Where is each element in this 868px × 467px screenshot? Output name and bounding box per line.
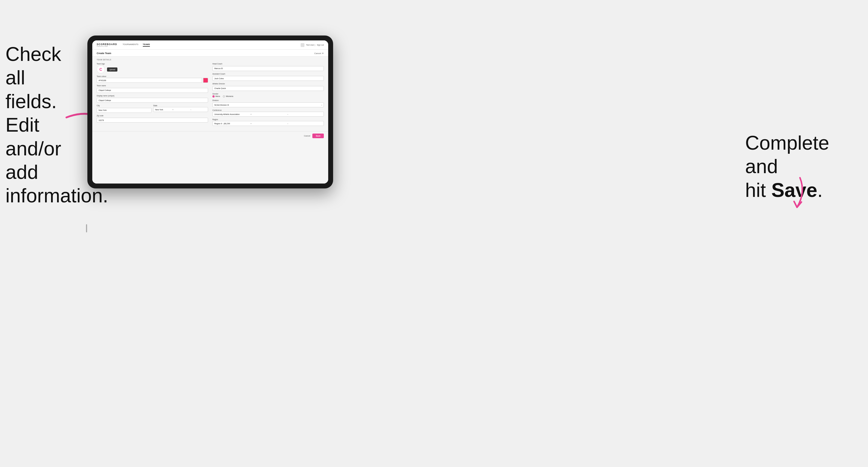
gender-group: Gender Mens Womens bbox=[212, 93, 324, 97]
scroll-indicator bbox=[86, 224, 87, 232]
tablet-screen: SCOREBOARD Powered by clippd TOURNAMENTS… bbox=[92, 40, 328, 184]
colour-row bbox=[97, 78, 208, 83]
conference-label: Conference bbox=[212, 109, 324, 111]
cancel-label: Cancel bbox=[314, 52, 321, 55]
head-coach-input[interactable] bbox=[212, 66, 324, 71]
conference-arrow-icon: ⌄ bbox=[287, 113, 322, 115]
instruction-right-line2: hit bbox=[745, 179, 771, 201]
region-label: Region bbox=[212, 119, 324, 120]
athletic-dir-label: Athletic Director bbox=[212, 83, 324, 85]
instruction-line1: Check all fields. bbox=[5, 43, 61, 112]
form-body: TEAM DETAILS Team logo C Upload bbox=[92, 57, 328, 130]
region-clear-icon[interactable]: × bbox=[250, 122, 286, 125]
womens-label: Womens bbox=[226, 95, 234, 97]
region-group: Region Region II - (M) DIII × ⌄ bbox=[212, 119, 324, 126]
form-body-scroll: TEAM DETAILS Team logo C Upload bbox=[92, 57, 328, 184]
logo-area: C Upload bbox=[97, 65, 208, 73]
head-coach-group: Head Coach bbox=[212, 63, 324, 71]
gender-mens-radio[interactable]: Mens bbox=[212, 95, 220, 97]
region-value: Region II - (M) DIII bbox=[214, 123, 250, 125]
form-header: Create Team Cancel ✕ bbox=[92, 50, 328, 57]
footer-cancel-button[interactable]: Cancel bbox=[304, 135, 310, 137]
team-name-label: Team name bbox=[97, 85, 208, 87]
region-arrow-icon: ⌄ bbox=[287, 122, 322, 125]
state-clear-icon[interactable]: × bbox=[172, 108, 189, 111]
state-select[interactable]: New York × ⌄ bbox=[153, 107, 208, 112]
zip-label: Zip code bbox=[97, 115, 208, 117]
state-label: State bbox=[153, 104, 208, 106]
instruction-right-line1: Complete and bbox=[745, 132, 829, 177]
brand-subtitle: Powered by clippd bbox=[97, 45, 117, 47]
asst-coach-group: Assistant Coach bbox=[212, 73, 324, 81]
mens-label: Mens bbox=[215, 95, 220, 97]
state-value: New York bbox=[155, 109, 172, 111]
user-avatar bbox=[301, 43, 305, 47]
gender-radio-group: Mens Womens bbox=[212, 95, 324, 97]
footer-save-button[interactable]: Save bbox=[312, 133, 324, 138]
sign-out-link[interactable]: Sign out bbox=[317, 44, 324, 46]
colour-swatch[interactable] bbox=[203, 78, 208, 83]
conference-group: Conference University Athletic Associati… bbox=[212, 109, 324, 117]
upload-button[interactable]: Upload bbox=[107, 67, 117, 71]
brand-logo: SCOREBOARD Powered by clippd bbox=[97, 43, 117, 47]
team-colour-group: Team colour bbox=[97, 75, 208, 83]
athletic-dir-group: Athletic Director bbox=[212, 83, 324, 91]
division-label: Division bbox=[212, 99, 324, 101]
athletic-dir-input[interactable] bbox=[212, 86, 324, 91]
logo-char: C bbox=[99, 67, 102, 71]
city-input[interactable] bbox=[97, 108, 152, 113]
city-label: City bbox=[97, 104, 152, 106]
city-group: City bbox=[97, 104, 152, 113]
gender-label: Gender bbox=[212, 93, 324, 95]
conference-clear-icon[interactable]: × bbox=[250, 113, 286, 116]
nav-links: TOURNAMENTS TEAMS bbox=[123, 43, 301, 47]
team-name-group: Team name bbox=[97, 85, 208, 93]
conference-select[interactable]: University Athletic Association × ⌄ bbox=[212, 112, 324, 117]
state-group: State New York × ⌄ bbox=[153, 104, 208, 113]
close-icon: ✕ bbox=[322, 52, 324, 55]
tablet-device: SCOREBOARD Powered by clippd TOURNAMENTS… bbox=[87, 35, 333, 188]
team-colour-label: Team colour bbox=[97, 75, 208, 77]
zip-group: Zip code bbox=[97, 115, 208, 123]
womens-radio-dot bbox=[223, 95, 225, 97]
division-wrapper: NCAA Division III bbox=[212, 102, 324, 107]
form-footer: Cancel Save bbox=[92, 131, 328, 141]
instruction-right-end: . bbox=[817, 179, 823, 201]
user-name: Test User | bbox=[306, 44, 315, 46]
display-name-label: Display name (unique) bbox=[97, 95, 208, 97]
team-logo-label: Team logo bbox=[97, 63, 208, 65]
display-name-group: Display name (unique) bbox=[97, 95, 208, 103]
instruction-line2: Edit and/or add bbox=[5, 114, 61, 183]
form-right-col: Head Coach Assistant Coach Athletic Dire… bbox=[212, 63, 324, 128]
form-title: Create Team bbox=[97, 52, 111, 55]
region-select[interactable]: Region II - (M) DIII × ⌄ bbox=[212, 121, 324, 126]
section-label: TEAM DETAILS bbox=[97, 59, 324, 61]
team-name-input[interactable] bbox=[97, 88, 208, 93]
nav-tournaments[interactable]: TOURNAMENTS bbox=[123, 43, 138, 47]
division-group: Division NCAA Division III bbox=[212, 99, 324, 107]
asst-coach-label: Assistant Coach bbox=[212, 73, 324, 75]
conference-value: University Athletic Association bbox=[214, 113, 250, 115]
form-two-col: Team logo C Upload Team colour bbox=[97, 63, 324, 128]
state-arrow-icon: ⌄ bbox=[190, 108, 207, 111]
team-colour-input[interactable] bbox=[97, 78, 202, 83]
city-state-row: City State New York × ⌄ bbox=[97, 104, 208, 113]
cancel-button-top[interactable]: Cancel ✕ bbox=[314, 52, 324, 55]
display-name-input[interactable] bbox=[97, 98, 208, 103]
navbar: SCOREBOARD Powered by clippd TOURNAMENTS… bbox=[92, 40, 328, 50]
logo-circle: C bbox=[97, 65, 105, 73]
navbar-right: Test User | Sign out bbox=[301, 43, 324, 47]
form-left-col: Team logo C Upload Team colour bbox=[97, 63, 208, 128]
zip-input[interactable] bbox=[97, 118, 208, 123]
nav-teams[interactable]: TEAMS bbox=[143, 43, 150, 47]
mens-radio-dot bbox=[212, 95, 215, 97]
division-select[interactable]: NCAA Division III bbox=[212, 102, 324, 107]
asst-coach-input[interactable] bbox=[212, 76, 324, 81]
gender-womens-radio[interactable]: Womens bbox=[223, 95, 234, 97]
head-coach-label: Head Coach bbox=[212, 63, 324, 65]
team-logo-group: Team logo C Upload bbox=[97, 63, 208, 73]
arrow-right-icon bbox=[779, 175, 815, 210]
